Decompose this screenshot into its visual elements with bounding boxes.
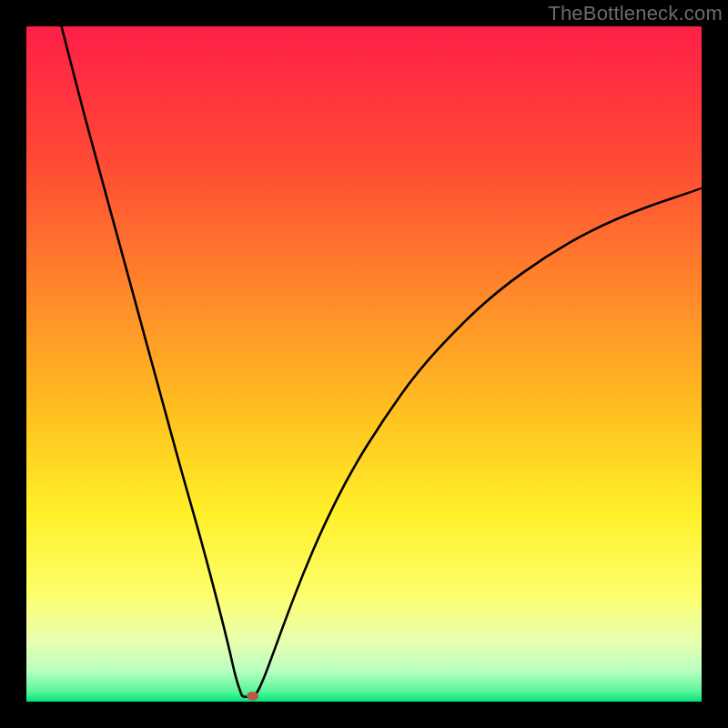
gradient-background [26, 26, 702, 702]
watermark-text: TheBottleneck.com [548, 2, 723, 25]
bottleneck-chart [26, 26, 702, 702]
optimum-marker [247, 692, 258, 701]
chart-frame [26, 26, 702, 702]
